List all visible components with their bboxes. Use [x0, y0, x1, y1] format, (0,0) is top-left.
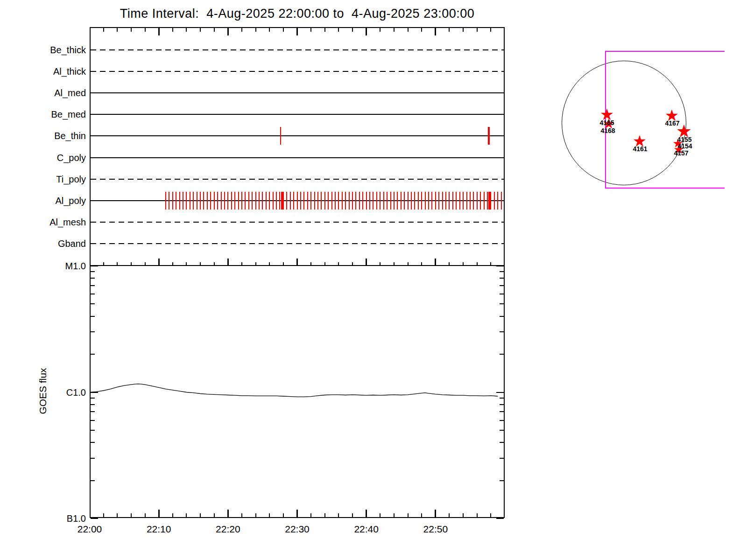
exposure-tick — [488, 127, 490, 145]
exposure-tick — [328, 192, 329, 210]
filter-row-label: Be_thin — [0, 130, 86, 142]
time-tick-label: 22:40 — [345, 524, 388, 535]
exposure-tick — [303, 192, 304, 210]
filter-row-line-Al_med — [91, 92, 504, 93]
goes-ytick-label: B1.0 — [0, 512, 86, 525]
exposure-tick — [310, 192, 311, 210]
time-tick-top — [352, 28, 353, 32]
goes-ytick-right — [496, 518, 504, 519]
filter-row-label: Be_med — [0, 108, 86, 120]
time-tick-top — [380, 28, 381, 32]
time-tick-top — [117, 28, 118, 32]
time-tick-middle — [186, 262, 187, 266]
active-region-label: 4154 — [677, 142, 692, 150]
exposure-tick — [238, 192, 239, 210]
exposure-tick — [494, 192, 495, 210]
exposure-tick — [281, 192, 283, 210]
exposure-tick — [169, 192, 169, 210]
exposure-tick — [176, 192, 176, 210]
time-tick-middle — [283, 262, 284, 266]
exposure-tick — [231, 192, 232, 210]
exposure-tick — [214, 192, 215, 210]
time-tick-middle — [338, 262, 339, 266]
exposure-tick — [266, 192, 267, 210]
exposure-tick — [207, 192, 208, 210]
time-tick-top — [186, 28, 187, 32]
time-tick-middle — [214, 262, 215, 266]
exposure-tick — [279, 192, 280, 210]
time-tick-middle — [380, 262, 381, 266]
exposure-tick — [293, 192, 294, 210]
exposure-tick — [418, 192, 419, 210]
time-tick-middle — [408, 262, 409, 266]
time-tick-middle — [172, 262, 173, 266]
exposure-tick — [331, 192, 332, 210]
time-tick-top — [103, 28, 104, 32]
filter-row-line-Al_thick — [91, 71, 504, 72]
exposure-tick — [248, 192, 249, 210]
exposure-tick — [183, 192, 183, 210]
exposure-tick — [387, 192, 388, 210]
exposure-tick — [324, 192, 325, 210]
goes-flux-curve — [90, 266, 505, 518]
filter-row-line-Be_med — [91, 114, 504, 115]
exposure-tick — [373, 192, 374, 210]
exposure-tick — [380, 192, 381, 210]
time-tick-label: 22:10 — [138, 524, 180, 535]
filter-row-label: Ti_poly — [0, 173, 86, 185]
exposure-tick — [490, 192, 491, 210]
exposure-tick — [470, 192, 471, 210]
exposure-tick — [283, 192, 284, 210]
xrt-goes-quicklook-plot: Time Interval: 4-Aug-2025 22:00:00 to 4-… — [0, 0, 747, 560]
exposure-tick — [445, 192, 446, 210]
time-tick-middle — [131, 262, 132, 266]
time-tick-middle — [103, 262, 104, 266]
exposure-tick — [224, 192, 225, 210]
exposure-tick — [342, 192, 343, 210]
time-tick-top — [131, 28, 132, 32]
exposure-tick — [401, 192, 402, 210]
goes-ytick-label: M1.0 — [0, 260, 86, 272]
exposure-tick — [463, 192, 464, 210]
exposure-tick — [497, 192, 498, 210]
exposure-tick — [307, 192, 308, 210]
exposure-tick — [255, 192, 256, 210]
time-tick-top — [227, 28, 229, 35]
time-tick-top — [338, 28, 339, 32]
time-tick-top — [408, 28, 409, 32]
exposure-tick — [449, 192, 450, 210]
exposure-tick — [210, 192, 211, 210]
exposure-tick — [245, 192, 246, 210]
exposure-tick — [408, 192, 409, 210]
time-tick-middle — [145, 262, 146, 266]
exposure-tick — [404, 192, 405, 210]
exposure-tick — [390, 192, 391, 210]
exposure-tick — [241, 192, 242, 210]
time-tick-middle — [490, 262, 491, 266]
exposure-tick — [276, 192, 277, 210]
time-tick-middle — [200, 262, 201, 266]
filter-row-label: C_poly — [0, 152, 86, 164]
active-region-label: 4161 — [633, 145, 647, 153]
exposure-tick — [431, 192, 432, 210]
time-tick-middle — [255, 262, 256, 266]
time-tick-middle — [158, 259, 160, 266]
exposure-tick — [190, 192, 190, 210]
exposure-tick — [428, 192, 429, 210]
exposure-tick — [286, 192, 287, 210]
time-tick-middle — [117, 262, 118, 266]
time-tick-top — [477, 28, 478, 32]
exposure-tick — [200, 192, 201, 210]
exposure-tick — [165, 192, 166, 210]
exposure-tick — [473, 192, 474, 210]
exposure-tick — [297, 192, 298, 210]
filter-row-label: Gband — [0, 238, 86, 250]
fov-box-bottom-edge — [605, 188, 725, 189]
exposure-tick — [383, 192, 384, 210]
filter-row-label: Al_mesh — [0, 216, 86, 228]
exposure-tick — [425, 192, 426, 210]
time-tick-top — [200, 28, 201, 32]
time-tick-top — [269, 28, 270, 32]
active-region-label: 4157 — [674, 149, 688, 157]
fov-box-top-edge — [605, 51, 725, 52]
